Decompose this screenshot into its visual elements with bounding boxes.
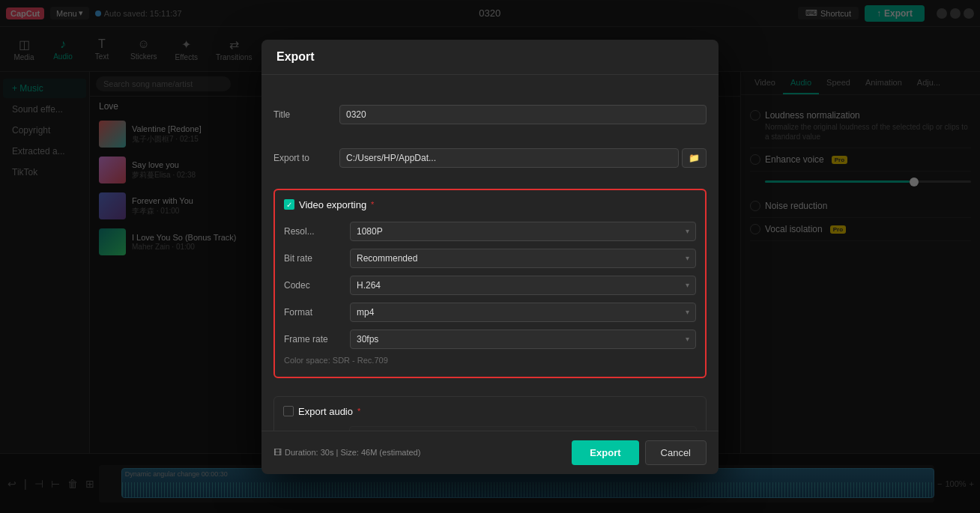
video-section: ✓ Video exporting * Resol... 1080P ▾ Bit… (273, 189, 707, 378)
format-select[interactable]: mp4 ▾ (350, 303, 696, 322)
export-to-row: Export to C:/Users/HP/AppDat... 📁 (273, 142, 707, 174)
bitrate-value: Recommended (357, 253, 417, 264)
modal-body: Title Export to C:/Users/HP/AppDat... 📁 … (261, 75, 719, 431)
audio-format-row: Format MP3 ▾ (283, 423, 697, 431)
framerate-select[interactable]: 30fps ▾ (350, 330, 696, 349)
title-input[interactable] (339, 105, 707, 124)
bitrate-arrow-icon: ▾ (686, 254, 689, 262)
audio-section: Export audio * Format MP3 ▾ (273, 396, 707, 431)
export-modal: Export Title Export to (261, 40, 719, 474)
section-header: ✓ Video exporting * (284, 199, 696, 210)
audio-section-title: Export audio (298, 406, 353, 417)
audio-asterisk: * (357, 407, 360, 416)
video-section-title: Video exporting (299, 199, 366, 210)
modal-title: Export (276, 50, 315, 63)
format-arrow-icon: ▾ (686, 308, 689, 316)
footer-info: 🎞 Duration: 30s | Size: 46M (estimated) (273, 448, 420, 457)
format-label: Format (284, 307, 344, 318)
codec-select[interactable]: H.264 ▾ (350, 276, 696, 295)
film-icon: 🎞 (273, 448, 282, 457)
format-value: mp4 (357, 307, 374, 318)
codec-label: Codec (284, 280, 344, 291)
export-button-label: Export (590, 447, 620, 458)
codec-arrow-icon: ▾ (686, 281, 689, 289)
resolution-arrow-icon: ▾ (686, 227, 689, 235)
footer-actions: Export Cancel (572, 440, 707, 465)
cancel-button-label: Cancel (661, 447, 691, 458)
color-space: Color space: SDR - Rec.709 (284, 353, 696, 368)
export-button[interactable]: Export (572, 440, 638, 465)
export-to-label: Export to (273, 153, 333, 163)
title-field-label: Title (273, 109, 333, 120)
cancel-button[interactable]: Cancel (645, 440, 707, 465)
video-enabled-checkbox[interactable]: ✓ (284, 199, 294, 210)
codec-row: Codec H.264 ▾ (284, 272, 696, 299)
codec-value: H.264 (357, 280, 381, 291)
bitrate-select[interactable]: Recommended ▾ (350, 249, 696, 268)
framerate-label: Frame rate (284, 334, 344, 344)
modal-overlay: Export Title Export to (0, 0, 980, 513)
export-path-container: C:/Users/HP/AppDat... 📁 (339, 148, 707, 168)
resolution-select[interactable]: 1080P ▾ (350, 222, 696, 241)
modal-header: Export (261, 40, 719, 75)
audio-format-select[interactable]: MP3 ▾ (349, 426, 697, 431)
framerate-value: 30fps (357, 334, 378, 344)
resolution-value: 1080P (357, 226, 383, 237)
color-space-text: Color space: SDR - Rec.709 (284, 356, 388, 365)
footer-duration: Duration: 30s | Size: 46M (estimated) (285, 448, 420, 457)
framerate-arrow-icon: ▾ (686, 335, 689, 343)
folder-button[interactable]: 📁 (682, 148, 707, 168)
audio-enabled-checkbox[interactable] (283, 406, 294, 416)
resolution-row: Resol... 1080P ▾ (284, 218, 696, 245)
export-path-text: C:/Users/HP/AppDat... (339, 148, 679, 168)
modal-footer: 🎞 Duration: 30s | Size: 46M (estimated) … (261, 431, 719, 474)
bitrate-label: Bit rate (284, 253, 344, 264)
title-row: Title (273, 99, 707, 130)
bitrate-row: Bit rate Recommended ▾ (284, 245, 696, 272)
framerate-row: Frame rate 30fps ▾ (284, 326, 696, 353)
audio-header: Export audio * (283, 406, 697, 417)
resolution-label: Resol... (284, 226, 344, 237)
format-row: Format mp4 ▾ (284, 299, 696, 326)
video-asterisk: * (371, 200, 374, 209)
